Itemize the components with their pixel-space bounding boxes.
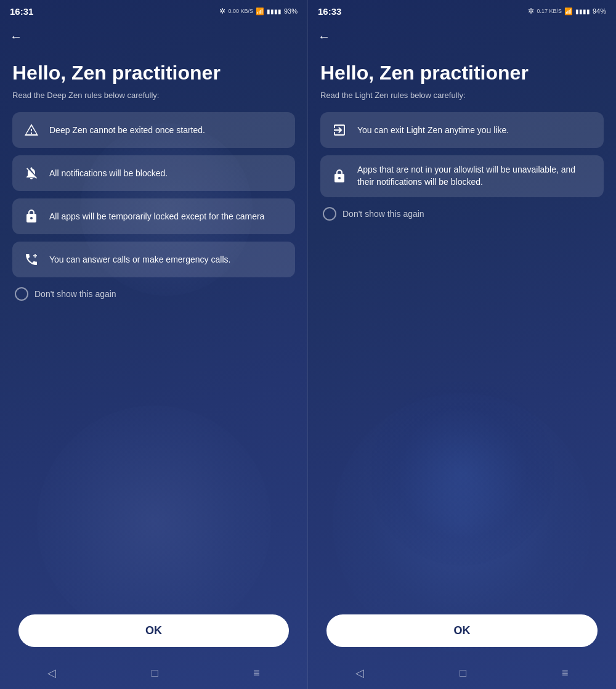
right-back-arrow-icon: ← xyxy=(318,30,330,43)
right-rule-1: You can exit Light Zen anytime you like. xyxy=(320,112,604,148)
left-status-time: 16:31 xyxy=(10,6,33,17)
right-nav-back-icon[interactable]: ◁ xyxy=(355,666,364,680)
right-status-bar: 16:33 ✲ 0.17 KB/S 📶 ▮▮▮▮ 94% xyxy=(308,0,616,22)
warning-icon xyxy=(22,121,41,139)
right-dont-show-row[interactable]: Don't show this again xyxy=(320,207,604,221)
right-rule-2: Apps that are not in your allowlist will… xyxy=(320,155,604,197)
right-back-button[interactable]: ← xyxy=(308,22,616,51)
right-greeting: Hello, Zen practitioner xyxy=(320,61,604,84)
right-data-speed: 0.17 KB/S xyxy=(537,8,562,14)
left-rule-4: You can answer calls or make emergency c… xyxy=(12,242,295,277)
right-dont-show-checkbox[interactable] xyxy=(323,207,336,221)
right-dont-show-label: Don't show this again xyxy=(342,209,424,219)
right-status-time: 16:33 xyxy=(318,6,341,17)
right-phone-panel: 16:33 ✲ 0.17 KB/S 📶 ▮▮▮▮ 94% ← Hello, Ze… xyxy=(308,0,616,689)
right-ok-button[interactable]: OK xyxy=(326,614,598,647)
left-back-arrow-icon: ← xyxy=(10,30,22,43)
left-rule-4-text: You can answer calls or make emergency c… xyxy=(49,254,230,266)
right-nav-recents-icon[interactable]: ≡ xyxy=(562,667,569,680)
phone-call-icon xyxy=(22,250,41,269)
right-status-icons: ✲ 0.17 KB/S 📶 ▮▮▮▮ 94% xyxy=(528,7,606,15)
left-dont-show-row[interactable]: Don't show this again xyxy=(12,287,295,301)
left-phone-panel: 16:31 ✲ 0.00 KB/S 📶 ▮▮▮▮ 93% ← Hello, Ze… xyxy=(0,0,308,689)
left-rule-3-text: All apps will be temporarily locked exce… xyxy=(49,211,264,223)
left-rule-2-text: All notifications will be blocked. xyxy=(49,168,168,180)
left-nav-bar: ◁ □ ≡ xyxy=(0,659,307,689)
left-content: Hello, Zen practitioner Read the Deep Ze… xyxy=(0,51,307,614)
left-greeting: Hello, Zen practitioner xyxy=(12,61,295,84)
bluetooth-icon: ✲ xyxy=(219,7,225,15)
data-speed-left: 0.00 KB/S xyxy=(228,8,253,14)
exit-icon xyxy=(330,121,349,139)
wifi-icon: 📶 xyxy=(256,7,264,15)
left-rule-3: All apps will be temporarily locked exce… xyxy=(12,198,295,234)
lock-icon xyxy=(22,207,41,226)
right-rule-2-text: Apps that are not in your allowlist will… xyxy=(357,164,594,188)
left-ok-button[interactable]: OK xyxy=(18,614,289,647)
left-rule-1-text: Deep Zen cannot be exited once started. xyxy=(49,124,205,137)
right-bluetooth-icon: ✲ xyxy=(528,7,534,15)
right-subtitle: Read the Light Zen rules below carefully… xyxy=(320,91,604,100)
left-dont-show-checkbox[interactable] xyxy=(15,287,28,301)
left-back-button[interactable]: ← xyxy=(0,22,307,51)
right-signal-icon: ▮▮▮▮ xyxy=(575,8,590,15)
left-bottom-section: OK xyxy=(0,614,307,659)
right-bottom-section: OK xyxy=(308,614,616,659)
right-wifi-icon: 📶 xyxy=(564,7,573,15)
left-subtitle: Read the Deep Zen rules below carefully: xyxy=(12,91,295,100)
bell-off-icon xyxy=(22,164,41,182)
right-battery: 94% xyxy=(593,7,606,15)
left-rule-1: Deep Zen cannot be exited once started. xyxy=(12,112,295,148)
lock-apps-icon xyxy=(330,167,349,186)
left-rule-2: All notifications will be blocked. xyxy=(12,155,295,191)
left-battery: 93% xyxy=(284,7,298,15)
left-status-icons: ✲ 0.00 KB/S 📶 ▮▮▮▮ 93% xyxy=(219,7,298,15)
signal-icon: ▮▮▮▮ xyxy=(267,8,282,15)
right-nav-bar: ◁ □ ≡ xyxy=(308,659,616,689)
left-nav-back-icon[interactable]: ◁ xyxy=(47,666,56,680)
left-nav-home-icon[interactable]: □ xyxy=(152,667,158,680)
right-nav-home-icon[interactable]: □ xyxy=(460,667,466,680)
right-rule-1-text: You can exit Light Zen anytime you like. xyxy=(357,124,509,137)
left-status-bar: 16:31 ✲ 0.00 KB/S 📶 ▮▮▮▮ 93% xyxy=(0,0,307,22)
right-content: Hello, Zen practitioner Read the Light Z… xyxy=(308,51,616,614)
left-nav-recents-icon[interactable]: ≡ xyxy=(253,667,260,680)
left-dont-show-label: Don't show this again xyxy=(34,289,116,299)
